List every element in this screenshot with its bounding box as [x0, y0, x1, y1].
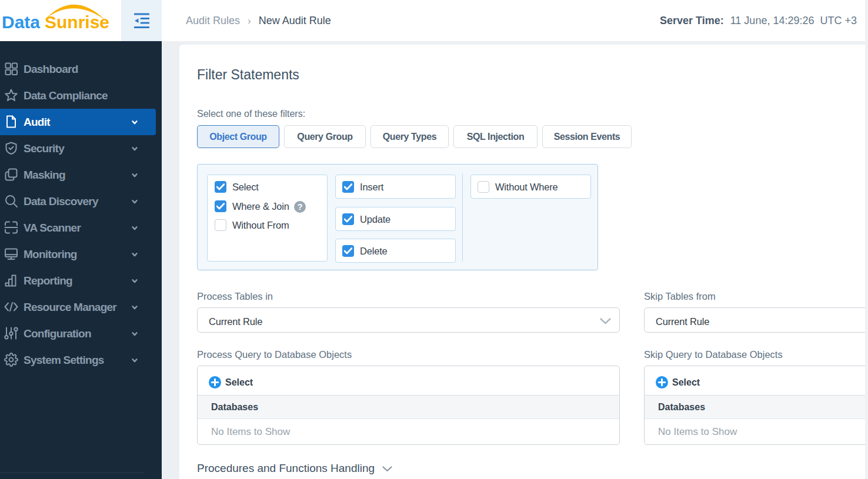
svg-text:?: ? [297, 202, 302, 212]
svg-text:Sunrise: Sunrise [45, 12, 109, 32]
svg-text:Data: Data [2, 12, 40, 32]
